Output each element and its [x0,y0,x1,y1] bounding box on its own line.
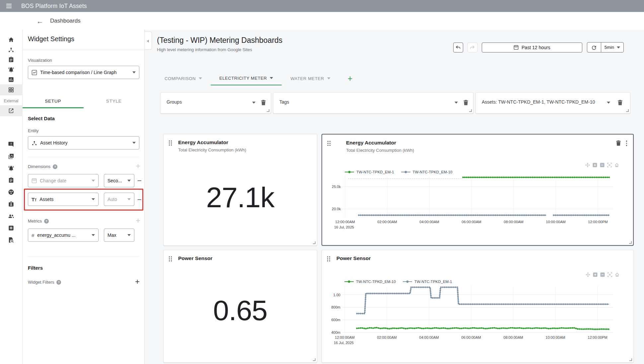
sidebar-item-external-link[interactable] [0,105,23,116]
trash-icon[interactable] [617,100,623,106]
sidebar-item-settings[interactable] [0,222,23,234]
legend-item[interactable]: TW-NTC-TPKD_EM-1 [344,170,394,174]
resize-handle[interactable] [313,241,316,244]
tab-electricity-meter[interactable]: ELECTRICITY METER [211,71,282,85]
chevron-down-icon [617,46,620,48]
sidebar-item-media[interactable] [0,150,23,162]
dimension-field-select[interactable]: Change date [28,174,99,187]
sidebar-item-hierarchy[interactable] [0,45,23,54]
metric-agg-select[interactable]: Max [104,228,134,242]
chart-canvas[interactable]: 1.00800m600m400m12:00:00AM02:00:00AM04:0… [322,284,633,349]
resize-handle[interactable] [629,241,632,244]
drag-handle-icon[interactable] [327,256,330,262]
tab-comparison[interactable]: COMPARISON [156,71,211,85]
help-icon[interactable]: ? [56,280,61,285]
legend-item[interactable]: TW-NTC-TPKD_EM-1 [402,280,452,284]
drag-handle-icon[interactable] [169,140,172,146]
kebab-menu-icon[interactable] [625,140,628,147]
pan-icon[interactable] [586,272,590,277]
legend-item[interactable]: TW-NTC-TPKD_EM-10 [344,280,396,284]
reset-axes-home-icon[interactable] [614,163,619,167]
left-rail: External [0,30,23,364]
pan-icon[interactable] [585,163,590,167]
sidebar-item-worklist[interactable] [0,174,23,186]
time-range-button[interactable]: Past 12 hours [482,43,582,52]
sidebar-item-audit[interactable] [0,234,23,246]
chevron-down-icon[interactable] [252,102,255,104]
sidebar-item-dashboards[interactable] [0,84,23,95]
legend-item[interactable]: TW-NTC-TPKD_EM-10 [401,170,453,174]
chart-canvas[interactable]: 25.0k20.0k12:00:00AM02:00:00AM04:00:00AM… [322,175,633,233]
autoscale-icon[interactable] [607,163,612,167]
sidebar-item-tasks[interactable] [0,54,23,64]
svg-text:12:00:00PM: 12:00:00PM [588,220,608,224]
metric-field-select[interactable]: # energy_accumu ... [28,228,99,242]
svg-text:02:00:00AM: 02:00:00AM [377,335,396,339]
trash-icon[interactable] [616,140,621,146]
sidebar-item-alerts[interactable] [0,64,23,74]
drag-handle-icon[interactable] [169,256,172,262]
back-arrow-icon[interactable]: ← [36,18,43,25]
chevron-down-icon[interactable] [455,102,458,104]
filter-tags[interactable]: Tags [273,92,473,114]
dimension-unit-select[interactable]: Seco... [104,174,134,187]
breadcrumb: Dashboards [50,18,81,24]
zoom-in-icon[interactable] [593,272,598,277]
widget-settings-panel: Widget Settings Visualization Time-based… [23,30,145,364]
add-dimension-button[interactable]: + [136,162,140,170]
drag-handle-icon[interactable] [327,141,331,146]
dashboard-tabs: COMPARISON ELECTRICITY METER WATER METER… [156,71,352,85]
sidebar-item-notifications[interactable] [0,162,23,174]
dimension-unit-select-auto[interactable]: Auto [104,193,134,206]
remove-dimension-button[interactable]: − [137,177,142,185]
sidebar-item-home[interactable] [0,35,23,45]
sidebar-item-badge[interactable] [0,198,23,210]
entity-select[interactable]: Asset History [28,136,139,149]
sidebar-item-groups[interactable] [0,186,23,198]
resize-handle[interactable] [626,109,629,112]
refresh-icon [591,45,597,50]
zoom-out-icon[interactable] [600,272,605,277]
interval-select[interactable]: 5min [601,43,623,52]
chevron-down-icon[interactable] [607,102,610,104]
tab-setup[interactable]: SETUP [23,94,84,108]
refresh-button[interactable] [587,43,601,52]
tab-style[interactable]: STYLE [84,94,145,108]
help-icon[interactable]: ? [53,164,57,169]
help-icon[interactable]: ? [44,219,49,224]
widget-energy-accumulator-value: Energy Accumulator Total Electricity Con… [163,134,317,246]
visualization-select[interactable]: Time-based comparison / Line Graph [28,66,139,79]
dimension-field-select-assets[interactable]: TT Assets [28,193,99,206]
collapse-panel-button[interactable]: ‹ [145,32,152,50]
line-chart-icon [32,70,37,75]
svg-text:25.0k: 25.0k [332,185,341,189]
reset-axes-home-icon[interactable] [615,272,619,277]
sidebar-item-reports[interactable] [0,74,23,84]
filter-row: Groups Tags Assets: TW-NTC-TPKD_EM-1, TW… [160,92,630,114]
add-tab-button[interactable]: + [348,74,353,83]
chevron-down-icon [92,180,95,182]
add-metric-button[interactable]: + [136,217,140,225]
chart-modebar [322,272,633,277]
resize-handle[interactable] [629,358,632,361]
numeric-icon: # [32,232,34,238]
undo-button[interactable] [453,43,463,52]
filter-groups[interactable]: Groups [160,92,271,114]
zoom-in-icon[interactable] [593,163,597,167]
resize-handle[interactable] [313,358,316,361]
sidebar-item-feedback[interactable] [0,138,23,150]
add-widget-filter-button[interactable]: + [135,278,140,286]
tab-water-meter[interactable]: WATER METER [282,71,339,85]
trash-icon[interactable] [261,100,266,106]
zoom-out-icon[interactable] [600,163,605,167]
menu-icon[interactable] [5,2,13,10]
bell-icon [8,66,14,73]
filter-assets[interactable]: Assets: TW-NTC-TPKD_EM-1, TW-NTC-TPKD_EM… [475,92,630,114]
sidebar-item-users[interactable] [0,210,23,222]
redo-button[interactable] [467,43,477,52]
remove-dimension-button[interactable]: − [137,196,142,204]
autoscale-icon[interactable] [608,272,612,277]
resize-handle[interactable] [469,109,472,112]
trash-icon[interactable] [463,100,468,106]
resize-handle[interactable] [267,109,269,112]
